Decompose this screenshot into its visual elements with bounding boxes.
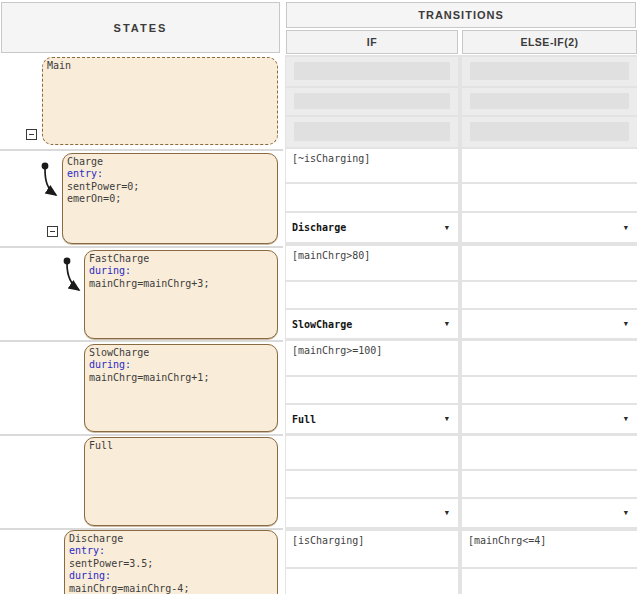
elseif-action-cell-full[interactable]	[462, 471, 637, 497]
if-destination-cell-charge[interactable]: Discharge ▼	[286, 213, 458, 242]
state-code-line: mainChrg=mainChrg+1;	[89, 372, 273, 384]
state-keyword: during:	[89, 359, 273, 371]
collapse-icon-charge[interactable]	[47, 226, 58, 237]
state-name: SlowCharge	[89, 347, 273, 359]
state-name: Main	[47, 60, 273, 72]
elseif-condition-cell-fastcharge[interactable]	[462, 246, 637, 280]
disabled-cell	[462, 88, 637, 115]
elseif-condition-cell-charge[interactable]	[462, 149, 637, 182]
transitions-column-header: TRANSITIONS	[286, 2, 636, 28]
row-separator	[0, 149, 283, 151]
state-name: Discharge	[69, 533, 273, 545]
row-separator	[0, 340, 283, 342]
elseif-action-cell-fastcharge[interactable]	[462, 282, 637, 308]
state-keyword: during:	[89, 265, 273, 277]
if-action-cell-discharge[interactable]	[286, 569, 458, 594]
collapse-icon-main[interactable]	[26, 129, 37, 140]
if-action-cell-charge[interactable]	[286, 184, 458, 211]
elseif-destination-cell-full[interactable]: ▼	[462, 499, 637, 527]
if-destination-cell-fastcharge[interactable]: SlowCharge ▼	[286, 310, 458, 338]
state-name: FastCharge	[89, 253, 273, 265]
dropdown-caret-icon[interactable]: ▼	[445, 223, 449, 231]
elseif-condition-cell-discharge[interactable]: [mainChrg<=4]	[462, 531, 637, 567]
elseif-column-header: ELSE-IF(2)	[462, 30, 637, 54]
state-box-full[interactable]: Full	[84, 437, 278, 526]
if-action-cell-slowcharge[interactable]	[286, 377, 458, 403]
destination-value: Discharge	[292, 222, 346, 233]
state-keyword: entry:	[69, 545, 273, 557]
disabled-cell	[462, 117, 637, 147]
elseif-action-cell-charge[interactable]	[462, 184, 637, 211]
if-condition-cell-slowcharge[interactable]: [mainChrg>=100]	[286, 341, 458, 375]
if-condition-cell-full[interactable]	[286, 436, 458, 469]
row-separator	[0, 434, 283, 436]
state-box-discharge[interactable]: Discharge entry: sentPower=3.5; during: …	[64, 530, 278, 594]
elseif-action-cell-slowcharge[interactable]	[462, 377, 637, 403]
row-separator	[0, 246, 283, 248]
state-keyword: during:	[69, 570, 273, 582]
disabled-cell	[286, 88, 458, 115]
if-column-header: IF	[286, 30, 458, 54]
destination-value: SlowCharge	[292, 319, 352, 330]
dropdown-caret-icon[interactable]: ▼	[624, 320, 628, 328]
state-box-main[interactable]: Main	[42, 57, 278, 145]
if-action-cell-full[interactable]	[286, 471, 458, 497]
state-keyword: entry:	[67, 168, 273, 180]
if-destination-cell-slowcharge[interactable]: Full ▼	[286, 405, 458, 433]
dropdown-caret-icon[interactable]: ▼	[445, 320, 449, 328]
dropdown-caret-icon[interactable]: ▼	[445, 509, 449, 517]
elseif-destination-cell-charge[interactable]: ▼	[462, 213, 637, 242]
if-destination-cell-full[interactable]: ▼	[286, 499, 458, 527]
default-transition-charge[interactable]	[42, 163, 56, 195]
state-box-charge[interactable]: Charge entry: sentPower=0; emerOn=0;	[62, 153, 278, 244]
elseif-condition-cell-full[interactable]	[462, 436, 637, 469]
state-code-line: mainChrg=mainChrg-4;	[69, 583, 273, 594]
elseif-destination-cell-fastcharge[interactable]: ▼	[462, 310, 637, 338]
default-transition-fastcharge[interactable]	[64, 258, 79, 290]
state-code-line: sentPower=0;	[67, 181, 273, 193]
disabled-cell	[286, 117, 458, 147]
if-condition-cell-fastcharge[interactable]: [mainChrg>80]	[286, 246, 458, 280]
state-name: Full	[89, 440, 273, 452]
if-condition-cell-discharge[interactable]: [isCharging]	[286, 531, 458, 567]
state-code-line: emerOn=0;	[67, 193, 273, 205]
elseif-action-cell-discharge[interactable]	[462, 569, 637, 594]
state-box-fastcharge[interactable]: FastCharge during: mainChrg=mainChrg+3;	[84, 250, 278, 339]
dropdown-caret-icon[interactable]: ▼	[624, 415, 628, 423]
state-code-line: sentPower=3.5;	[69, 558, 273, 570]
elseif-condition-cell-slowcharge[interactable]	[462, 341, 637, 375]
dropdown-caret-icon[interactable]: ▼	[445, 415, 449, 423]
dropdown-caret-icon[interactable]: ▼	[624, 509, 628, 517]
disabled-cell	[286, 57, 458, 86]
elseif-destination-cell-slowcharge[interactable]: ▼	[462, 405, 637, 433]
destination-value: Full	[292, 414, 316, 425]
states-column-header: STATES	[1, 2, 280, 53]
if-action-cell-fastcharge[interactable]	[286, 282, 458, 308]
state-box-slowcharge[interactable]: SlowCharge during: mainChrg=mainChrg+1;	[84, 344, 278, 432]
disabled-cell	[462, 57, 637, 86]
state-name: Charge	[67, 156, 273, 168]
state-code-line: mainChrg=mainChrg+3;	[89, 278, 273, 290]
state-transition-table: STATES TRANSITIONS IF ELSE-IF(2) [~isCha…	[0, 0, 637, 594]
dropdown-caret-icon[interactable]: ▼	[624, 223, 628, 231]
if-condition-cell-charge[interactable]: [~isCharging]	[286, 149, 458, 182]
